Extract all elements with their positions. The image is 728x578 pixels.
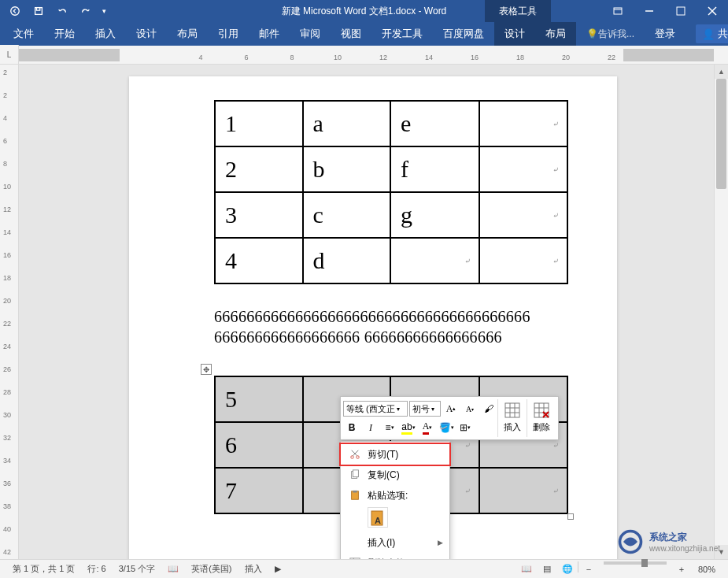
italic-button[interactable]: I (362, 419, 379, 436)
table-delete-icon[interactable] (530, 399, 552, 421)
shading-button[interactable]: 🪣▾ (438, 419, 455, 436)
table-cell[interactable]: ⤶ (479, 192, 568, 238)
table-cell[interactable]: c (303, 192, 391, 238)
zoom-level[interactable]: 80% (692, 561, 722, 577)
tab-table-layout[interactable]: 布局 (535, 22, 576, 46)
table-resize-handle[interactable] (567, 513, 574, 520)
tab-file[interactable]: 文件 (3, 22, 44, 46)
ribbon-options-button[interactable] (602, 0, 634, 22)
svg-point-21 (351, 456, 354, 459)
tab-table-design[interactable]: 设计 (494, 22, 535, 46)
tab-references[interactable]: 引用 (208, 22, 249, 46)
zoom-slider[interactable] (604, 561, 667, 565)
title-bar: ▾ 新建 Microsoft Word 文档1.docx - Word 表格工具 (0, 0, 728, 22)
bold-button[interactable]: B (343, 419, 360, 436)
menu-copy[interactable]: 复制(C) (341, 465, 449, 485)
menu-cut[interactable]: 剪切(T) (341, 444, 449, 465)
table-cell[interactable]: 3 (215, 192, 303, 238)
watermark-logo: 系统之家 www.xitongzhijia.net (616, 528, 720, 556)
zoom-in-button[interactable]: + (671, 561, 692, 577)
status-macro-icon[interactable]: ▶ (268, 564, 287, 574)
table-cell[interactable]: a (303, 101, 391, 146)
undo-button[interactable] (52, 2, 72, 20)
status-language[interactable]: 英语(美国) (185, 563, 238, 575)
paste-keep-text-icon[interactable]: A (368, 507, 388, 528)
redo-button[interactable] (76, 2, 96, 20)
grow-font-button[interactable]: A▴ (442, 400, 460, 417)
font-size-selector[interactable]: 初号▾ (409, 401, 441, 417)
vertical-scrollbar[interactable]: ▲ ▼ (714, 65, 728, 559)
table-cell[interactable]: ⤶ (479, 468, 568, 513)
shrink-font-button[interactable]: A▾ (461, 400, 479, 417)
print-layout-button[interactable]: ▤ (537, 561, 557, 577)
svg-rect-9 (505, 403, 519, 417)
status-page[interactable]: 第 1 页，共 1 页 (6, 563, 81, 575)
table-cell[interactable]: 5 (215, 376, 303, 422)
quick-access-toolbar: ▾ (0, 2, 113, 20)
table-cell[interactable]: 2 (215, 146, 303, 192)
table-move-handle[interactable]: ✥ (201, 364, 212, 375)
table-cell[interactable]: 7 (215, 468, 303, 513)
minimize-button[interactable] (634, 0, 665, 22)
table-cell[interactable]: f (390, 146, 479, 192)
menu-insert[interactable]: 插入(I) ▶ (341, 532, 449, 553)
scroll-up-button[interactable]: ▲ (715, 65, 728, 79)
table-cell[interactable]: 6 (215, 422, 303, 468)
table-cell[interactable]: 4 (215, 238, 303, 283)
tab-selector[interactable]: L (0, 45, 19, 64)
delete-label[interactable]: 删除 (530, 421, 552, 433)
login-button[interactable]: 登录 (645, 22, 686, 46)
tab-layout[interactable]: 布局 (167, 22, 208, 46)
read-mode-button[interactable]: 📖 (516, 561, 537, 577)
qat-dropdown[interactable]: ▾ (99, 2, 109, 20)
tab-review[interactable]: 审阅 (290, 22, 331, 46)
tab-developer[interactable]: 开发工具 (371, 22, 433, 46)
table-1[interactable]: 1ae⤶2bf⤶3cg⤶4d⤶⤶ (214, 100, 568, 284)
table-cell[interactable]: b (303, 146, 391, 192)
font-selector[interactable]: 等线 (西文正▾ (343, 401, 408, 417)
tell-me[interactable]: 💡 告诉我... (576, 22, 645, 46)
insert-label[interactable]: 插入 (501, 421, 523, 433)
cut-label: 剪切(T) (368, 448, 443, 461)
table-cell[interactable]: ⤶ (479, 146, 568, 192)
tab-home[interactable]: 开始 (44, 22, 85, 46)
maximize-button[interactable] (665, 0, 697, 22)
table-cell[interactable]: ⤶ (479, 101, 568, 146)
body-text[interactable]: 666666666666666666666666666666666666666 … (214, 306, 576, 347)
status-spellcheck-icon[interactable]: 📖 (161, 564, 185, 574)
ribbon-tabs: 文件 开始 插入 设计 布局 引用 邮件 审阅 视图 开发工具 百度网盘 设计 … (0, 22, 728, 46)
format-painter-button[interactable]: 🖌 (480, 400, 497, 417)
back-button[interactable] (5, 2, 25, 20)
scroll-thumb[interactable] (716, 79, 726, 189)
save-button[interactable] (28, 2, 49, 20)
tab-design[interactable]: 设计 (126, 22, 167, 46)
copy-icon (347, 469, 363, 480)
close-button[interactable] (697, 0, 728, 22)
status-line[interactable]: 行: 6 (81, 563, 112, 575)
borders-button[interactable]: ⊞▾ (456, 419, 474, 436)
svg-rect-6 (677, 7, 685, 15)
align-button[interactable]: ≡▾ (381, 419, 398, 436)
table-cell[interactable]: d (303, 238, 391, 283)
chevron-right-icon: ▶ (438, 539, 443, 547)
web-layout-button[interactable]: 🌐 (557, 561, 578, 577)
table-insert-icon[interactable] (501, 399, 523, 421)
highlight-button[interactable]: ab▾ (400, 419, 417, 436)
status-words[interactable]: 3/15 个字 (113, 563, 161, 575)
tab-view[interactable]: 视图 (331, 22, 371, 46)
table-cell[interactable]: ⤶ (390, 238, 479, 283)
tab-baidu[interactable]: 百度网盘 (433, 22, 494, 46)
table-cell[interactable]: ⤶ (479, 238, 568, 283)
table-cell[interactable]: g (390, 192, 479, 238)
font-color-button[interactable]: A▾ (419, 419, 436, 436)
context-menu: 剪切(T) 复制(C) 粘贴选项: A 插入(I) ▶ 删除表格(T) 平均分布… (340, 441, 450, 578)
table-cell[interactable]: e (390, 101, 479, 146)
tab-mailings[interactable]: 邮件 (249, 22, 290, 46)
table-cell[interactable]: 1 (215, 101, 303, 146)
tab-insert[interactable]: 插入 (85, 22, 126, 46)
zoom-thumb[interactable] (641, 559, 648, 567)
share-label: 共享 (718, 27, 728, 41)
status-insert-mode[interactable]: 插入 (238, 563, 268, 575)
share-button[interactable]: 👤 共享 (686, 22, 728, 46)
zoom-out-button[interactable]: − (578, 561, 599, 577)
